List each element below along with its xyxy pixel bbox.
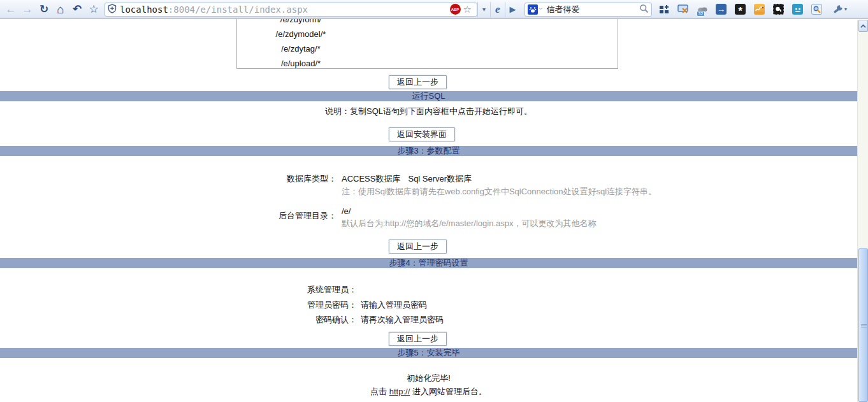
dir-path: /e/zdyform/: [243, 19, 358, 27]
scrollbar-grip: [861, 324, 867, 328]
password-row: 管理员密码： 请输入管理员密码: [0, 299, 857, 311]
back-step-button[interactable]: 返回上一步: [389, 75, 447, 89]
home-icon[interactable]: ⌂: [52, 2, 69, 17]
db-type-access-option[interactable]: ACCESS数据库: [342, 173, 400, 185]
password-input[interactable]: 请输入管理员密码: [361, 299, 427, 311]
init-done-text: 初始化完毕!: [0, 373, 857, 384]
search-input[interactable]: 信者得爱: [547, 4, 639, 15]
search-edit-icon[interactable]: [810, 2, 824, 17]
asterisk-extension-icon[interactable]: *: [734, 2, 748, 17]
db-note-row: 注：使用Sql数据库前请先在web.config文件中SqlConnection…: [0, 186, 857, 197]
enter-admin-line: 点击 http:// 进入网站管理后台。: [0, 386, 857, 398]
favorite-star-icon[interactable]: ☆: [463, 4, 472, 15]
step4-section-bar: 步骤4：管理密码设置: [0, 258, 857, 268]
back-icon[interactable]: ←: [3, 2, 19, 17]
click-prefix: 点击: [370, 387, 387, 396]
url-host: localhost: [120, 4, 168, 15]
db-type-row: 数据库类型： ACCESS数据库 Sql Server数据库: [0, 173, 857, 185]
tools-dropdown-icon: ▾: [844, 6, 847, 12]
back-step-button[interactable]: 返回上一步: [389, 240, 447, 254]
forward-arrow-extension-icon[interactable]: →: [714, 2, 728, 17]
dir-path: /e/zdymodel/*: [243, 27, 358, 41]
scrollbar-thumb[interactable]: [858, 248, 868, 402]
weather-icon[interactable]: 32: [695, 2, 709, 17]
step3-section-bar: 步骤3：参数配置: [0, 146, 857, 156]
password-label: 管理员密码：: [0, 299, 357, 311]
refresh-icon[interactable]: ↻: [36, 2, 52, 17]
admin-dir-label: 后台管理目录：: [0, 205, 336, 222]
address-bar[interactable]: localhost:8004/e/install/index.aspx ABP …: [105, 3, 477, 17]
screenshot-icon[interactable]: [676, 2, 690, 17]
browser-toolbar: ← → ↻ ⌂ ↶ ☆ localhost:8004/e/install/ind…: [0, 0, 868, 19]
vertical-scrollbar[interactable]: [857, 20, 868, 402]
dir-path: /e/zdytag/*: [243, 41, 358, 56]
apps-plus-icon[interactable]: [657, 2, 671, 17]
admin-dir-input[interactable]: /e/: [342, 205, 596, 217]
run-sql-section-bar: 运行SQL: [0, 91, 857, 101]
chat-dots-icon[interactable]: [791, 2, 805, 17]
bookmark-star-icon[interactable]: ☆: [85, 2, 102, 17]
confirm-password-row: 密码确认： 请再次输入管理员密码: [0, 314, 857, 326]
back-step-button[interactable]: 返回上一步: [389, 332, 447, 346]
dir-path: /e/upload/*: [243, 56, 358, 69]
adblock-icon[interactable]: ABP: [450, 4, 461, 15]
forward-icon[interactable]: →: [19, 2, 36, 17]
admin-dir-note: 默认后台为:http://您的域名/e/master/login.aspx，可以…: [342, 217, 596, 229]
route-map-icon[interactable]: [753, 2, 767, 17]
admin-user-label: 系统管理员：: [0, 284, 357, 296]
url-path: :8004/e/install/index.aspx: [168, 4, 308, 15]
step5-section-bar: 步骤5：安装完毕: [0, 348, 857, 358]
evernote-clipper-icon[interactable]: [772, 2, 786, 17]
address-dropdown-icon[interactable]: ▾: [477, 2, 490, 17]
ie-icon: e: [495, 3, 500, 16]
baidu-search-engine-icon[interactable]: [528, 4, 538, 15]
db-type-sqlserver-option[interactable]: Sql Server数据库: [408, 173, 472, 185]
search-engine-dropdown-icon[interactable]: ﹀: [539, 6, 544, 13]
url-text[interactable]: localhost:8004/e/install/index.aspx: [120, 4, 450, 15]
tools-wrench-icon[interactable]: ▾: [829, 2, 851, 17]
admin-dir-row: 后台管理目录： /e/ 默认后台为:http://您的域名/e/master/l…: [0, 205, 857, 229]
directory-list-box: /e/zdyform/ /e/zdymodel/* /e/zdytag/* /e…: [236, 19, 618, 69]
run-sql-note: 说明：复制SQL语句到下面内容框中点击开始运行即可。: [0, 106, 857, 117]
confirm-password-label: 密码确认：: [0, 314, 357, 326]
confirm-password-input[interactable]: 请再次输入管理员密码: [361, 314, 444, 326]
back-to-install-button[interactable]: 返回安装界面: [389, 127, 455, 141]
weather-temp-badge: 32: [697, 11, 705, 17]
db-type-label: 数据库类型：: [0, 173, 336, 185]
db-note: 注：使用Sql数据库前请先在web.config文件中SqlConnection…: [342, 186, 656, 197]
click-suffix: 进入网站管理后台。: [412, 387, 487, 396]
search-box[interactable]: ﹀ 信者得爱: [524, 3, 652, 17]
search-icon[interactable]: [639, 4, 649, 15]
play-icon[interactable]: ▶: [505, 2, 521, 17]
ie-mode-button[interactable]: e: [490, 2, 505, 17]
install-page: /e/zdyform/ /e/zdymodel/* /e/zdytag/* /e…: [0, 20, 857, 402]
undo-icon[interactable]: ↶: [69, 2, 85, 17]
admin-user-row: 系统管理员：: [0, 284, 857, 296]
admin-backend-link[interactable]: http://: [389, 387, 410, 396]
shield-icon: [108, 4, 117, 15]
scrollbar-up-button[interactable]: [858, 20, 868, 32]
